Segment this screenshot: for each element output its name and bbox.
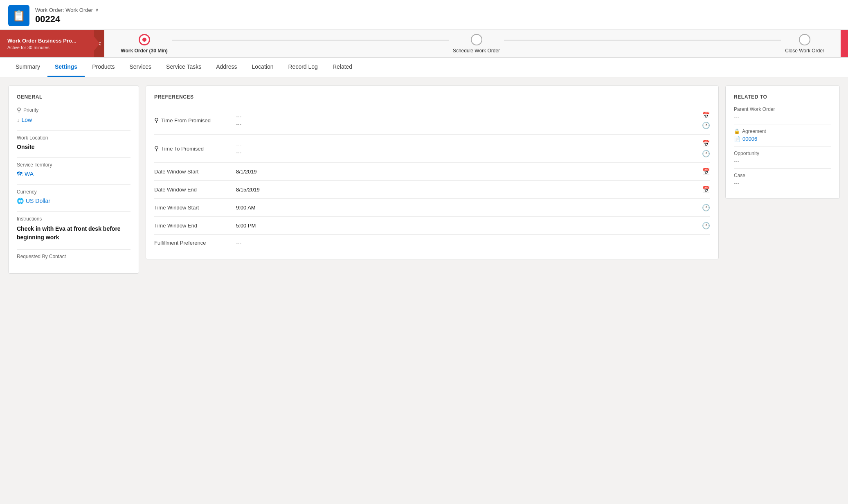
progress-steps: Work Order (30 Min) Schedule Work Order … <box>104 30 841 57</box>
divider-5 <box>17 249 130 250</box>
breadcrumb-text: Work Order: Work Order <box>35 7 93 13</box>
tab-address[interactable]: Address <box>209 58 244 77</box>
currency-label: Currency <box>17 189 130 195</box>
step-connector-1 <box>172 40 449 40</box>
clock-icon-1[interactable]: 🕐 <box>702 122 710 129</box>
tab-service-tasks[interactable]: Service Tasks <box>159 58 209 77</box>
date-window-end-label: Date Window End <box>154 187 236 193</box>
clock-icon-3[interactable]: 🕐 <box>702 204 710 212</box>
clock-icon-2[interactable]: 🕐 <box>702 150 710 158</box>
globe-icon: 🌐 <box>17 198 24 204</box>
priority-label: ⚲ Priority <box>17 106 130 114</box>
main-content: GENERAL ⚲ Priority ↓ Low Work Location O… <box>0 77 848 282</box>
preferences-section-title: PREFERENCES <box>154 94 710 100</box>
fulfillment-preference-row: Fulfillment Preference --- <box>154 235 710 251</box>
divider-4 <box>17 212 130 212</box>
date-window-start-value: 8/1/2019 <box>236 169 702 175</box>
tab-location[interactable]: Location <box>245 58 281 77</box>
instructions-field: Instructions Check in with Eva at front … <box>17 216 130 243</box>
preferences-card: PREFERENCES ⚲ Time From Promised --- ---… <box>146 86 719 259</box>
tab-record-log[interactable]: Record Log <box>281 58 325 77</box>
step-schedule[interactable]: Schedule Work Order <box>453 34 500 54</box>
date-window-start-label: Date Window Start <box>154 169 236 175</box>
guidance-title: Work Order Business Pro... <box>7 38 87 44</box>
agreement-field: 🔒 Agreement 📄 00006 <box>734 128 831 142</box>
tab-settings[interactable]: Settings <box>47 58 85 77</box>
calendar-icon-1[interactable]: 📅 <box>702 111 710 119</box>
step-circle-2 <box>471 34 482 45</box>
step-connector-2 <box>504 40 781 40</box>
case-label: Case <box>734 173 831 178</box>
app-header: 📋 Work Order: Work Order ∨ 00224 <box>0 0 848 30</box>
step-label-2: Schedule Work Order <box>453 48 500 54</box>
time-window-start-value: 9:00 AM <box>236 205 702 211</box>
map-icon: 🗺 <box>17 171 22 177</box>
step-label-3: Close Work Order <box>785 48 824 54</box>
step-circle-1 <box>139 34 150 45</box>
time-from-promised-label: ⚲ Time From Promised <box>154 117 236 124</box>
related-divider-2 <box>734 146 831 146</box>
clock-icon-4[interactable]: 🕐 <box>702 222 710 230</box>
work-location-label: Work Location <box>17 135 130 141</box>
app-icon: 📋 <box>8 5 29 26</box>
step-close[interactable]: Close Work Order <box>785 34 824 54</box>
step-work-order[interactable]: Work Order (30 Min) <box>121 34 167 54</box>
nav-tabs: Summary Settings Products Services Servi… <box>0 58 848 77</box>
chevron-down-icon[interactable]: ∨ <box>95 7 99 13</box>
tab-related[interactable]: Related <box>325 58 360 77</box>
opportunity-label: Opportunity <box>734 151 831 156</box>
step-circle-3 <box>799 34 810 45</box>
opportunity-value: --- <box>734 158 831 164</box>
divider-2 <box>17 158 130 158</box>
step-label-1: Work Order (30 Min) <box>121 48 167 54</box>
down-arrow-icon: ↓ <box>17 117 20 123</box>
divider-3 <box>17 184 130 185</box>
tab-products[interactable]: Products <box>85 58 122 77</box>
requested-by-label: Requested By Contact <box>17 254 130 259</box>
time-to-promised-label: ⚲ Time To Promised <box>154 145 236 152</box>
tab-summary[interactable]: Summary <box>8 58 47 77</box>
breadcrumb[interactable]: Work Order: Work Order ∨ <box>35 7 99 13</box>
header-title-group: Work Order: Work Order ∨ 00224 <box>35 7 99 25</box>
parent-work-order-value: --- <box>734 114 831 120</box>
agreement-label: 🔒 Agreement <box>734 128 831 134</box>
case-value: --- <box>734 180 831 186</box>
service-territory-field: Service Territory 🗺 WA <box>17 162 130 179</box>
progress-right-band <box>841 30 848 57</box>
calendar-icon-2[interactable]: 📅 <box>702 140 710 147</box>
time-to-promised-value: --- --- <box>236 142 702 155</box>
currency-field: Currency 🌐 US Dollar <box>17 189 130 206</box>
time-to-promised-row: ⚲ Time To Promised --- --- 📅 🕐 <box>154 135 710 163</box>
doc-icon: 📄 <box>734 136 740 142</box>
currency-value[interactable]: 🌐 US Dollar <box>17 196 130 206</box>
record-id: 00224 <box>35 14 99 25</box>
guidance-panel: Work Order Business Pro... Active for 30… <box>0 30 94 57</box>
related-divider-1 <box>734 124 831 124</box>
date-window-end-row: Date Window End 8/15/2019 📅 <box>154 181 710 199</box>
tab-services[interactable]: Services <box>122 58 159 77</box>
fulfillment-preference-label: Fulfillment Preference <box>154 240 236 246</box>
agreement-value[interactable]: 📄 00006 <box>734 136 831 142</box>
parent-work-order-field: Parent Work Order --- <box>734 106 831 120</box>
time-window-start-label: Time Window Start <box>154 205 236 211</box>
priority-value[interactable]: ↓ Low <box>17 115 130 125</box>
date-window-end-value: 8/15/2019 <box>236 187 702 193</box>
service-territory-value[interactable]: 🗺 WA <box>17 169 130 179</box>
time-window-end-row: Time Window End 5:00 PM 🕐 <box>154 217 710 235</box>
calendar-icon-4[interactable]: 📅 <box>702 186 710 194</box>
requested-by-field: Requested By Contact <box>17 254 130 259</box>
date-window-start-row: Date Window Start 8/1/2019 📅 <box>154 163 710 181</box>
calendar-icon-3[interactable]: 📅 <box>702 168 710 176</box>
work-location-value: Onsite <box>17 142 130 152</box>
related-to-section-title: RELATED TO <box>734 94 831 100</box>
search-icon-pref1: ⚲ <box>154 117 159 124</box>
parent-work-order-label: Parent Work Order <box>734 106 831 112</box>
instructions-value: Check in with Eva at front desk before b… <box>17 223 130 243</box>
case-field: Case --- <box>734 173 831 186</box>
work-location-field: Work Location Onsite <box>17 135 130 152</box>
time-window-end-value: 5:00 PM <box>236 223 702 229</box>
time-window-start-row: Time Window Start 9:00 AM 🕐 <box>154 199 710 217</box>
related-to-card: RELATED TO Parent Work Order --- 🔒 Agree… <box>725 86 840 199</box>
progress-bar-section: Work Order Business Pro... Active for 30… <box>0 30 848 58</box>
search-icon-pref2: ⚲ <box>154 145 159 152</box>
